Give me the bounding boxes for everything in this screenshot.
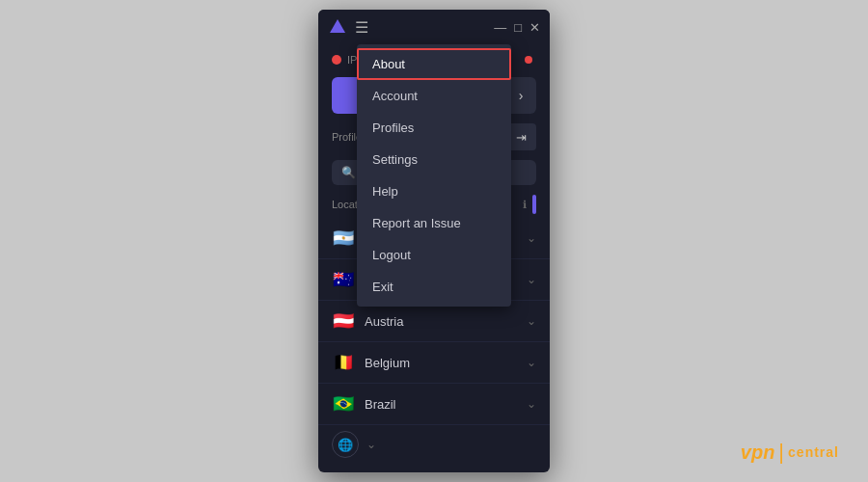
chevron-globe: ⌄	[366, 438, 376, 451]
connection-status-dot	[332, 55, 341, 65]
chevron-brazil: ⌄	[527, 397, 536, 411]
close-button[interactable]: ✕	[529, 21, 540, 34]
watermark-central-text: central	[788, 444, 839, 460]
menu-item-report[interactable]: Report an Issue	[357, 207, 511, 239]
locations-actions: ℹ	[523, 195, 536, 214]
maximize-button[interactable]: □	[514, 21, 522, 34]
watermark-separator: |	[778, 440, 784, 465]
location-item-belgium[interactable]: 🇧🇪 Belgium ⌄	[318, 342, 550, 384]
bottom-bar: 🌐 ⌄	[318, 425, 550, 464]
chevron-australia: ⌄	[527, 273, 536, 286]
watermark: vpn | central	[741, 440, 839, 465]
location-item-austria[interactable]: 🇦🇹 Austria ⌄	[318, 301, 550, 342]
svg-marker-0	[330, 19, 345, 33]
chevron-austria: ⌄	[527, 314, 536, 328]
title-bar-left: ☰	[328, 17, 368, 37]
menu-item-profiles[interactable]: Profiles	[357, 112, 511, 144]
hamburger-icon[interactable]: ☰	[355, 18, 368, 37]
menu-item-account[interactable]: Account	[357, 80, 511, 112]
country-name-belgium: Belgium	[365, 356, 527, 370]
chevron-belgium: ⌄	[527, 356, 536, 369]
menu-item-settings[interactable]: Settings	[357, 144, 511, 175]
minimize-button[interactable]: —	[494, 21, 506, 34]
flag-australia: 🇦🇺	[332, 269, 355, 290]
menu-item-about[interactable]: About	[357, 48, 511, 80]
flag-argentina: 🇦🇷	[332, 228, 355, 249]
status-dot-top	[525, 56, 532, 64]
menu-item-logout[interactable]: Logout	[357, 239, 511, 271]
logo-icon	[328, 17, 347, 37]
app-window: ☰ — □ ✕ About Account Profiles Settings …	[318, 10, 550, 472]
search-icon: 🔍	[341, 166, 356, 179]
flag-belgium: 🇧🇪	[332, 352, 355, 373]
chevron-argentina: ⌄	[527, 231, 536, 245]
menu-item-exit[interactable]: Exit	[357, 271, 511, 303]
globe-button[interactable]: 🌐	[332, 431, 359, 458]
menu-item-help[interactable]: Help	[357, 175, 511, 207]
dropdown-menu: About Account Profiles Settings Help Rep…	[357, 44, 511, 307]
info-icon[interactable]: ℹ	[523, 199, 527, 211]
title-bar: ☰ — □ ✕	[318, 10, 550, 44]
location-item-brazil[interactable]: 🇧🇷 Brazil ⌄	[318, 384, 550, 425]
country-name-austria: Austria	[365, 314, 527, 329]
flag-brazil: 🇧🇷	[332, 393, 355, 415]
watermark-vpn-text: vpn	[741, 442, 775, 464]
flag-austria: 🇦🇹	[332, 310, 355, 332]
title-bar-controls: — □ ✕	[494, 21, 540, 34]
country-name-brazil: Brazil	[365, 397, 527, 412]
scroll-indicator	[532, 195, 536, 214]
